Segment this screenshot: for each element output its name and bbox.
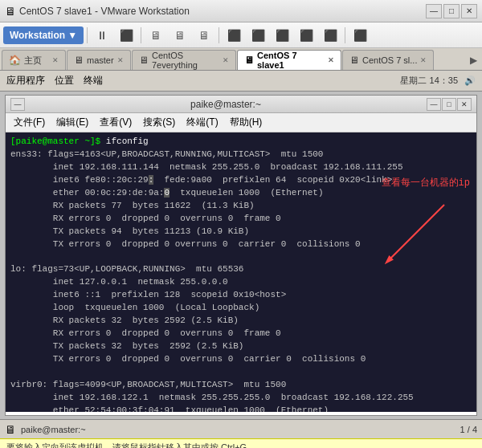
term-line-lo4: loop txqueuelen 1000 (Local Loopback) [10, 302, 472, 315]
term-line-lo8: TX errors 0 dropped 0 overruns 0 carrier… [10, 353, 472, 366]
notice-text: 要将输入定向到该虚拟机，请将鼠标指针移入其中或按 Ctrl+G。 [6, 442, 255, 448]
places-menu-label: 位置 [55, 74, 74, 88]
vmware-app-title: CentOS 7 slave1 - VMware Workstation [19, 6, 426, 17]
stop-button[interactable]: ⬛ [115, 25, 137, 46]
term-line-lo6: RX errors 0 dropped 0 overruns 0 frame 0 [10, 328, 472, 340]
tab-home[interactable]: 🏠 主页 ✕ [2, 50, 66, 70]
tab-centos7slave1-label: CentOS 7 slave1 [257, 51, 325, 70]
maximize-button[interactable]: □ [443, 4, 460, 18]
apps-menu[interactable]: 应用程序 [6, 74, 45, 88]
system-bar: 应用程序 位置 终端 星期二 14：35 🔊 [0, 71, 482, 92]
status-vm-icon: 🖥 [5, 423, 16, 436]
vm-btn-9[interactable]: ⬛ [349, 25, 371, 46]
term-line-prompt: [paike@master ~]$ ifconfig [10, 136, 472, 149]
terminal-minimize[interactable]: — [10, 98, 25, 111]
term-line-lo5: RX packets 32 bytes 2592 (2.5 KiB) [10, 315, 472, 328]
workstation-menu[interactable]: Workstation ▼ [3, 26, 84, 44]
vm-btn-5[interactable]: ⬛ [247, 25, 269, 46]
vm-btn-4[interactable]: ⬛ [223, 25, 245, 46]
master-icon: 🖥 [74, 55, 84, 66]
term-line-3: inet6 fe80::20c:29: fede:9a00 prefixlen … [10, 174, 472, 187]
vm-btn-8[interactable]: ⬛ [319, 25, 341, 46]
minimize-button[interactable]: — [426, 4, 442, 18]
term-line-8: TX errors 0 dropped 0 overruns 0 carrier… [10, 238, 472, 251]
status-page: 1 / 4 [460, 425, 477, 434]
tab-master-label: master [87, 55, 114, 65]
terminal-controls-right: — □ ✕ [427, 98, 472, 111]
terminal-window: — paike@master:~ — □ ✕ 文件(F) 编辑(E) 查看(V)… [5, 95, 477, 416]
vm-btn-2[interactable]: 🖥 [169, 25, 191, 46]
term-line-blank2 [10, 366, 472, 379]
workstation-label: Workstation [10, 30, 65, 41]
status-bar: 🖥 paike@master:~ 1 / 4 [0, 419, 482, 438]
tab-master-close[interactable]: ✕ [117, 56, 124, 64]
volume-icon: 🔊 [464, 75, 476, 86]
terminal-terminal-menu[interactable]: 终端(T) [182, 115, 223, 130]
tab-centos7everything-close[interactable]: ✕ [223, 56, 229, 64]
vm-btn-1[interactable]: 🖥 [145, 25, 167, 46]
tab-centos7slave1-close[interactable]: ✕ [328, 56, 334, 64]
terminal-close-btn[interactable]: ✕ [457, 98, 472, 111]
close-button[interactable]: ✕ [461, 4, 477, 18]
terminal-controls-left: — [10, 98, 25, 111]
terminal-file-menu[interactable]: 文件(F) [9, 115, 50, 130]
term-line-6: RX errors 0 dropped 0 overruns 0 frame 0 [10, 213, 472, 226]
tab-centos7everything[interactable]: 🖥 CentOS 7everything ✕ [132, 50, 236, 70]
system-menu: 应用程序 位置 终端 [6, 74, 103, 88]
tab-bar: 🏠 主页 ✕ 🖥 master ✕ 🖥 CentOS 7everything ✕… [0, 48, 482, 71]
status-text: paike@master:~ [21, 425, 455, 434]
notice-bar: 要将输入定向到该虚拟机，请将鼠标指针移入其中或按 Ctrl+G。 [0, 438, 482, 448]
tab-centos7slave1[interactable]: 🖥 CentOS 7 slave1 ✕ [237, 50, 341, 70]
tab-centos7sl-label: CentOS 7 sl... [362, 55, 417, 65]
tab-more-button[interactable]: ▶ [467, 50, 480, 70]
terminal-edit-menu[interactable]: 编辑(E) [51, 115, 93, 130]
vm-btn-6[interactable]: ⬛ [271, 25, 293, 46]
toolbar-separator-4 [345, 27, 345, 43]
term-line-lo3: inet6 ::1 prefixlen 128 scopeid 0x10<hos… [10, 289, 472, 302]
terminal-title: paike@master:~ [25, 99, 427, 110]
system-tray: 星期二 14：35 🔊 [400, 75, 476, 87]
vmware-app-icon: 🖥 [5, 5, 16, 18]
term-line-lo7: TX packets 32 bytes 2592 (2.5 KiB) [10, 340, 472, 353]
term-line-blank1 [10, 250, 472, 263]
terminal-menu-bar: 文件(F) 编辑(E) 查看(V) 搜索(S) 终端(T) 帮助(H) [6, 113, 476, 132]
terminal-max-btn[interactable]: □ [442, 98, 456, 111]
terminal-titlebar: — paike@master:~ — □ ✕ [6, 96, 476, 113]
terminal-min-btn[interactable]: — [427, 98, 441, 111]
term-line-2: inet 192.168.111.144 netmask 255.255.0 b… [10, 161, 472, 174]
term-line-vb1: virbr0: flags=4099<UP,BROADCAST,MULTICAS… [10, 379, 472, 392]
vm-btn-7[interactable]: ⬛ [295, 25, 317, 46]
terminal-content[interactable]: [paike@master ~]$ ifconfig ens33: flags=… [6, 132, 476, 412]
vmware-menubar: Workstation ▼ ⏸ ⬛ 🖥 🖥 🖥 ⬛ ⬛ ⬛ ⬛ ⬛ ⬛ [0, 22, 482, 48]
vm-btn-3[interactable]: 🖥 [193, 25, 215, 46]
term-line-lo2: inet 127.0.0.1 netmask 255.0.0.0 [10, 276, 472, 289]
term-line-1: ens33: flags=4163<UP,BROADCAST,RUNNING,M… [10, 149, 472, 161]
tab-home-label: 主页 [24, 55, 42, 67]
centos7everything-icon: 🖥 [139, 55, 149, 66]
dropdown-icon: ▼ [67, 30, 77, 41]
tab-centos7sl[interactable]: 🖥 CentOS 7 sl... ✕ [342, 50, 434, 70]
centos7slave1-icon: 🖥 [244, 55, 254, 66]
terminal-menu-label: 终端 [84, 74, 103, 88]
tab-home-close[interactable]: ✕ [52, 56, 59, 64]
term-line-vb2: inet 192.168.122.1 netmask 255.255.255.0… [10, 392, 472, 405]
centos7sl-icon: 🖥 [349, 55, 359, 66]
term-line-7: TX packets 94 bytes 11213 (10.9 KiB) [10, 226, 472, 238]
terminal-view-menu[interactable]: 查看(V) [95, 115, 137, 130]
vmware-titlebar: 🖥 CentOS 7 slave1 - VMware Workstation —… [0, 0, 482, 22]
terminal-menu[interactable]: 终端 [84, 74, 103, 88]
toolbar-separator-2 [141, 27, 141, 43]
pause-button[interactable]: ⏸ [91, 25, 113, 46]
places-menu[interactable]: 位置 [55, 74, 74, 88]
term-line-4: ether 00:0c:29:de:9a:0 txqueuelen 1000 (… [10, 187, 472, 200]
term-line-5: RX packets 77 bytes 11622 (11.3 KiB) [10, 200, 472, 213]
term-line-vb3: ether 52:54:00:3f:04:91 txqueuelen 1000 … [10, 405, 472, 412]
term-line-lo1: lo: flags=73<UP,LOOPBACK,RUNNING> mtu 65… [10, 263, 472, 276]
tab-centos7sl-close[interactable]: ✕ [420, 56, 427, 64]
terminal-search-menu[interactable]: 搜索(S) [138, 115, 180, 130]
datetime-display: 星期二 14：35 [400, 75, 458, 87]
terminal-help-menu[interactable]: 帮助(H) [225, 115, 268, 130]
home-icon: 🏠 [9, 55, 21, 66]
apps-menu-label: 应用程序 [6, 74, 45, 88]
tab-master[interactable]: 🖥 master ✕ [67, 50, 131, 70]
